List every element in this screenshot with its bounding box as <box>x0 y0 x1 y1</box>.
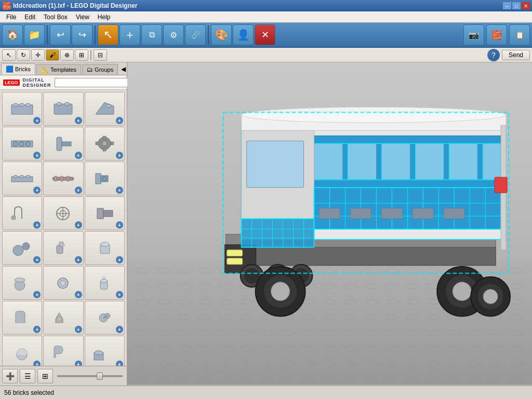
clone-button[interactable]: ⧉ <box>141 24 162 45</box>
sec-collapse-button[interactable]: ⊟ <box>94 49 107 61</box>
sec-rotate-button[interactable]: ↻ <box>17 49 30 61</box>
brick-add-1[interactable]: + <box>75 117 82 124</box>
tab-templates[interactable]: 📐 Templates <box>36 64 81 75</box>
brick-add-21[interactable]: + <box>33 361 41 366</box>
step-button[interactable]: 📋 <box>509 24 530 45</box>
brick-item-20[interactable]: + <box>85 301 125 335</box>
sec-pivot-button[interactable]: ⊕ <box>60 49 74 61</box>
menu-file[interactable]: File <box>2 12 20 22</box>
list-view-button[interactable]: ☰ <box>20 369 35 383</box>
svg-rect-284 <box>381 208 402 219</box>
brick-add-2[interactable]: + <box>116 117 123 124</box>
brick-shape-16 <box>51 271 75 295</box>
brick-add-14[interactable]: + <box>116 256 123 263</box>
brick-add-7[interactable]: + <box>75 187 82 194</box>
brick-item-2[interactable]: + <box>85 92 125 126</box>
brick-item-4[interactable]: + <box>43 127 83 161</box>
brick-item-0[interactable]: + <box>2 92 42 126</box>
brick-item-19[interactable]: + <box>43 301 83 335</box>
add-brick-button[interactable]: ＋ <box>119 24 140 45</box>
brick-add-23[interactable]: + <box>116 361 123 366</box>
build-button[interactable]: 🧱 <box>486 24 507 45</box>
brick-item-13[interactable]: + <box>43 231 83 265</box>
menu-toolbox[interactable]: Tool Box <box>39 12 72 22</box>
brick-shape-5 <box>93 132 116 155</box>
brick-add-3[interactable]: + <box>33 152 41 159</box>
sec-snap-button[interactable]: ⊞ <box>75 49 88 61</box>
zoom-slider[interactable] <box>57 375 123 377</box>
brick-add-18[interactable]: + <box>33 326 41 333</box>
help-icon[interactable]: ? <box>487 49 500 61</box>
brick-add-0[interactable]: + <box>33 117 41 124</box>
sec-select-button[interactable]: ↖ <box>2 49 16 61</box>
brick-item-23[interactable]: + <box>85 336 125 366</box>
brick-item-3[interactable]: + <box>2 127 42 161</box>
brick-item-21[interactable]: + <box>2 336 42 366</box>
brick-add-16[interactable]: + <box>75 291 82 298</box>
hinge-button[interactable]: ⚙ <box>163 24 184 45</box>
svg-rect-28 <box>67 176 69 181</box>
brick-item-10[interactable]: + <box>43 196 83 230</box>
brick-add-20[interactable]: + <box>116 326 123 333</box>
sec-move-button[interactable]: ✛ <box>31 49 45 61</box>
brick-shape-12 <box>10 236 34 260</box>
brick-item-17[interactable]: + <box>85 266 125 300</box>
brick-add-4[interactable]: + <box>75 152 82 159</box>
menu-view[interactable]: View <box>72 12 94 22</box>
brick-item-18[interactable]: + <box>2 301 42 335</box>
brick-item-9[interactable]: + <box>2 196 42 230</box>
paint-button[interactable]: 🎨 <box>211 24 232 45</box>
brick-shape-1 <box>51 97 75 121</box>
grid-view-button[interactable]: ⊞ <box>37 369 53 383</box>
brick-add-13[interactable]: + <box>75 256 82 263</box>
brick-add-11[interactable]: + <box>116 221 123 229</box>
minimize-button[interactable]: – <box>503 2 511 9</box>
brick-item-7[interactable]: + <box>43 162 83 195</box>
redo-button[interactable]: ↪ <box>72 24 92 45</box>
camera-right-button[interactable]: 📷 <box>463 24 484 45</box>
delete-button[interactable]: ✕ <box>255 24 275 45</box>
brick-add-9[interactable]: + <box>33 221 41 229</box>
undo-button[interactable]: ↩ <box>50 24 71 45</box>
brick-shape-0 <box>10 97 34 121</box>
brick-add-22[interactable]: + <box>75 361 82 366</box>
brick-item-1[interactable]: + <box>43 92 83 126</box>
brick-item-8[interactable]: + <box>85 162 125 195</box>
home-button[interactable]: 🏠 <box>2 24 23 45</box>
brick-add-15[interactable]: + <box>33 291 41 298</box>
zoom-thumb[interactable] <box>97 373 103 380</box>
brick-add-5[interactable]: + <box>116 152 123 159</box>
add-category-button[interactable]: ➕ <box>2 369 18 383</box>
menu-help[interactable]: Help <box>94 12 115 22</box>
brick-item-6[interactable]: + <box>2 162 42 195</box>
brick-item-12[interactable]: + <box>2 231 42 265</box>
brick-add-6[interactable]: + <box>33 187 41 194</box>
close-button[interactable]: ✕ <box>522 2 530 9</box>
brick-add-8[interactable]: + <box>116 187 123 194</box>
brick-add-17[interactable]: + <box>116 291 123 298</box>
select-button[interactable]: ↖ <box>98 24 118 45</box>
send-button[interactable]: Send <box>502 50 530 60</box>
search-input[interactable] <box>55 78 131 87</box>
brick-add-12[interactable]: + <box>33 256 41 263</box>
svg-point-59 <box>95 351 103 355</box>
brick-shape-23 <box>93 341 116 364</box>
brick-add-10[interactable]: + <box>75 221 82 229</box>
tab-groups[interactable]: 🗂 Groups <box>82 64 118 75</box>
brick-add-19[interactable]: + <box>75 326 82 333</box>
brick-item-5[interactable]: + <box>85 127 125 161</box>
flex-button[interactable]: 🔗 <box>185 24 206 45</box>
panel-collapse-button[interactable]: ◀ <box>119 64 128 74</box>
menu-edit[interactable]: Edit <box>20 12 39 22</box>
folder-button[interactable]: 📁 <box>24 24 45 45</box>
svg-point-259 <box>271 282 290 301</box>
brick-item-11[interactable]: + <box>85 196 125 230</box>
minifig-button[interactable]: 👤 <box>233 24 254 45</box>
brick-item-16[interactable]: + <box>43 266 83 300</box>
brick-item-14[interactable]: + <box>85 231 125 265</box>
maximize-button[interactable]: □ <box>512 2 521 9</box>
brick-item-22[interactable]: + <box>43 336 83 366</box>
sec-paint-button[interactable]: 🖌 <box>46 49 59 61</box>
tab-bricks[interactable]: 🟦 Bricks <box>1 63 35 75</box>
brick-item-15[interactable]: + <box>2 266 42 300</box>
